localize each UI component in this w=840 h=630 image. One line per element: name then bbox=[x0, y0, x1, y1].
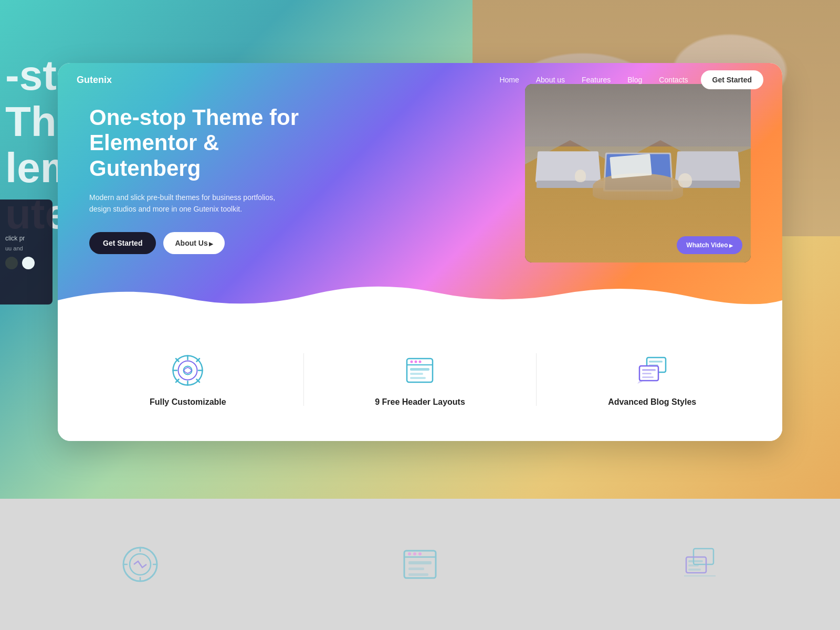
nav-blog[interactable]: Blog bbox=[627, 76, 642, 84]
bg-dot-dark bbox=[5, 257, 18, 269]
header-layout-icon bbox=[402, 352, 438, 389]
nav-get-started-button[interactable]: Get Started bbox=[701, 70, 763, 89]
feature-title-blog-styles: Advanced Blog Styles bbox=[608, 397, 696, 407]
feature-card-customizable: Fully Customizable bbox=[86, 352, 290, 407]
svg-rect-12 bbox=[688, 560, 703, 562]
nav-home[interactable]: Home bbox=[499, 76, 519, 84]
feature-card-blog-styles: Advanced Blog Styles bbox=[550, 352, 754, 407]
nav-contacts[interactable]: Contacts bbox=[659, 76, 688, 84]
bg-ghost-card-2 bbox=[399, 543, 441, 585]
bg-ghost-card-1 bbox=[119, 543, 161, 585]
svg-rect-25 bbox=[410, 377, 426, 379]
svg-point-5 bbox=[413, 552, 416, 555]
svg-rect-13 bbox=[688, 564, 699, 566]
feature-divider-2 bbox=[536, 353, 537, 406]
svg-rect-23 bbox=[410, 368, 429, 371]
nav-about[interactable]: About us bbox=[536, 76, 565, 84]
navigation: Gutenix Home About us Features Blog Cont… bbox=[58, 63, 782, 97]
nav-features[interactable]: Features bbox=[582, 76, 611, 84]
svg-rect-14 bbox=[688, 569, 701, 571]
hero-about-button[interactable]: About Us bbox=[163, 232, 225, 254]
background-bottom-strip bbox=[0, 499, 840, 630]
bg-dot-white bbox=[22, 257, 35, 269]
hero-content: One-stop Theme for Elementor & Gutenberg… bbox=[89, 105, 310, 254]
nav-links: Home About us Features Blog Contacts bbox=[499, 76, 688, 84]
svg-rect-32 bbox=[642, 376, 654, 378]
svg-point-21 bbox=[415, 361, 417, 363]
svg-rect-8 bbox=[408, 568, 424, 570]
svg-rect-7 bbox=[408, 561, 432, 564]
bg-left-text-1: click pr bbox=[5, 235, 47, 242]
blog-styles-icon bbox=[634, 352, 670, 389]
hero-wave bbox=[58, 279, 782, 320]
bg-left-text-2: uu and bbox=[5, 245, 47, 251]
feature-title-customizable: Fully Customizable bbox=[150, 397, 226, 407]
svg-point-16 bbox=[178, 361, 197, 380]
svg-rect-24 bbox=[410, 373, 423, 375]
svg-rect-31 bbox=[642, 373, 652, 374]
main-card: Gutenix Home About us Features Blog Cont… bbox=[58, 63, 782, 441]
svg-point-20 bbox=[411, 361, 413, 363]
svg-point-22 bbox=[419, 361, 422, 363]
hero-title: One-stop Theme for Elementor & Gutenberg bbox=[89, 105, 310, 181]
feature-divider-1 bbox=[303, 353, 304, 406]
hero-subtitle: Modern and slick pre-built themes for bu… bbox=[89, 192, 289, 215]
feature-card-header-layouts: 9 Free Header Layouts bbox=[318, 352, 522, 407]
svg-point-4 bbox=[408, 552, 411, 555]
svg-rect-9 bbox=[408, 573, 428, 576]
svg-rect-30 bbox=[642, 369, 656, 371]
hero-section: Gutenix Home About us Features Blog Cont… bbox=[58, 63, 782, 320]
brand-logo: Gutenix bbox=[77, 75, 112, 86]
hero-buttons: Get Started About Us bbox=[89, 232, 310, 254]
hero-get-started-button[interactable]: Get Started bbox=[89, 232, 156, 254]
watch-video-button[interactable]: Whatch Video bbox=[677, 236, 742, 254]
fully-customizable-icon bbox=[170, 352, 206, 389]
bg-left-panel: click pr uu and bbox=[0, 200, 52, 304]
svg-point-6 bbox=[418, 552, 422, 555]
feature-title-header-layouts: 9 Free Header Layouts bbox=[375, 397, 465, 407]
features-section: Fully Customizable bbox=[58, 318, 782, 441]
svg-rect-27 bbox=[649, 361, 663, 363]
hero-image: Whatch Video bbox=[525, 84, 751, 262]
bg-ghost-card-3 bbox=[679, 543, 721, 585]
